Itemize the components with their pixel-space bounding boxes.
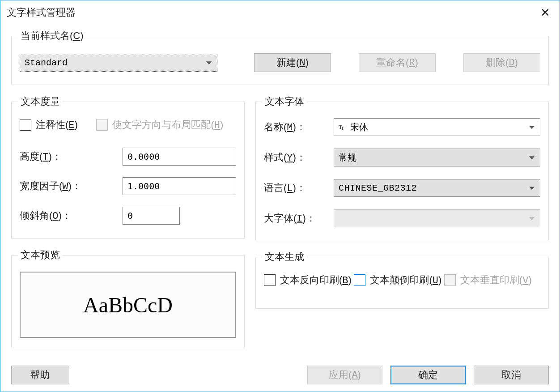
oblique-label: 倾斜角(O)： [20, 209, 123, 222]
delete-button: 删除(D) [463, 53, 540, 72]
checkbox-icon [96, 119, 108, 131]
checkbox-icon [264, 274, 276, 286]
metrics-legend: 文本度量 [18, 95, 63, 108]
font-style-value: 常规 [339, 152, 356, 164]
font-group: 文本字体 名称(M)： TT 宋体 样式(Y)： [255, 95, 549, 240]
new-button[interactable]: 新建(N) [254, 53, 331, 72]
font-lang-select[interactable]: CHINESE_GB2312 [334, 179, 540, 197]
rename-button: 重命名(R) [359, 53, 436, 72]
current-style-legend: 当前样式名(C) [18, 29, 86, 43]
bottom-bar: 帮助 应用(A) 确定 取消 [11, 366, 549, 384]
current-style-group: 当前样式名(C) Standard 新建(N) 重命名(R) 删除(D) [11, 29, 549, 85]
checkbox-icon [354, 274, 365, 286]
font-legend: 文本字体 [262, 95, 307, 108]
chevron-down-icon [529, 187, 535, 190]
font-lang-label: 语言(L)： [264, 181, 334, 195]
width-factor-label: 宽度因子(W)： [20, 179, 123, 193]
ok-button[interactable]: 确定 [390, 366, 466, 384]
checkbox-icon [20, 119, 31, 131]
metrics-group: 文本度量 注释性(E) 使文字方向与布局匹配(H) 高度(T)： [11, 95, 245, 239]
upside-down-checkbox[interactable]: 文本颠倒印刷(U) [354, 273, 441, 287]
vertical-checkbox: 文本垂直印刷(V) [444, 273, 532, 287]
backwards-checkbox[interactable]: 文本反向印刷(B) [264, 273, 352, 287]
window-title: 文字样式管理器 [7, 6, 76, 19]
chevron-down-icon [206, 61, 212, 64]
truetype-icon: TT [339, 124, 348, 131]
chevron-down-icon [529, 217, 535, 220]
current-style-value: Standard [25, 58, 68, 68]
big-font-label: 大字体(I)： [264, 212, 334, 225]
annotative-checkbox[interactable]: 注释性(E) [20, 118, 78, 132]
height-label: 高度(T)： [20, 150, 123, 163]
height-input[interactable] [123, 148, 236, 166]
close-icon[interactable]: ✕ [536, 6, 554, 20]
titlebar: 文字样式管理器 ✕ [0, 0, 560, 25]
match-orientation-checkbox: 使文字方向与布局匹配(H) [96, 118, 223, 132]
preview-sample: AaBbCcD [83, 293, 173, 317]
preview-box: AaBbCcD [20, 272, 236, 338]
font-lang-value: CHINESE_GB2312 [339, 183, 417, 193]
generation-legend: 文本生成 [262, 250, 307, 264]
width-factor-input[interactable] [123, 177, 236, 195]
apply-button: 应用(A) [307, 366, 382, 384]
current-style-combo[interactable]: Standard [20, 54, 217, 72]
chevron-down-icon [529, 126, 535, 129]
font-style-label: 样式(Y)： [264, 151, 334, 164]
checkbox-icon [444, 274, 456, 286]
help-button[interactable]: 帮助 [11, 366, 68, 384]
font-name-label: 名称(M)： [264, 120, 334, 134]
cancel-button[interactable]: 取消 [474, 366, 549, 384]
chevron-down-icon [529, 156, 535, 159]
big-font-select [334, 209, 540, 227]
preview-legend: 文本预览 [18, 248, 63, 262]
font-name-select[interactable]: TT 宋体 [334, 118, 540, 136]
oblique-input[interactable] [123, 207, 180, 225]
generation-group: 文本生成 文本反向印刷(B) 文本颠倒印刷(U) 文本垂直印刷 [255, 250, 549, 309]
font-name-value: 宋体 [350, 121, 368, 133]
preview-group: 文本预览 AaBbCcD [11, 248, 245, 348]
font-style-select[interactable]: 常规 [334, 149, 540, 166]
